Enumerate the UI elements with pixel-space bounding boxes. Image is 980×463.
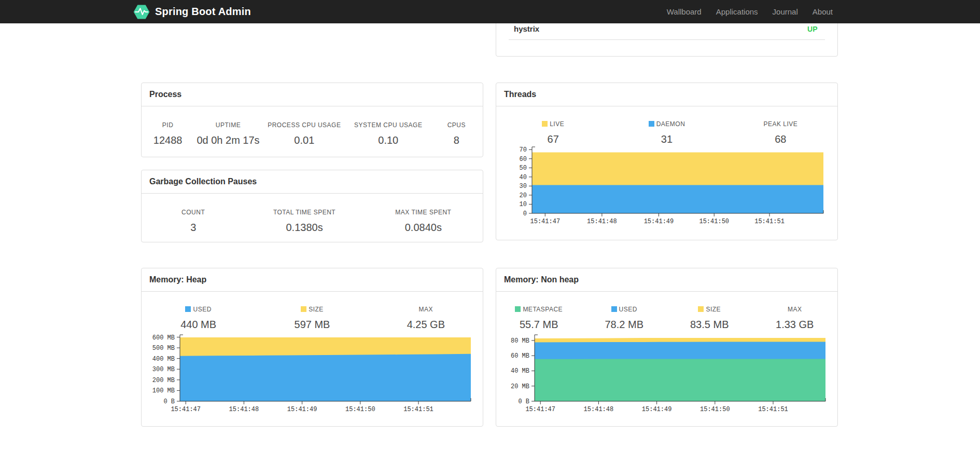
legend-size: SIZE 597 MB (255, 305, 369, 331)
metric-value: 0.0840s (364, 221, 483, 234)
y-tick-label: 200 MB (152, 377, 175, 384)
x-tick-label: 15:41:51 (403, 406, 433, 413)
y-tick-label: 100 MB (152, 387, 175, 394)
area-metaspace (535, 359, 825, 402)
y-tick-label: 30 (520, 183, 527, 190)
memory-nonheap-chart: 0 B20 MB40 MB60 MB80 MB15:41:4715:41:481… (496, 328, 837, 419)
daemon-swatch-icon (649, 121, 654, 127)
metric-label: CPUS (430, 121, 483, 129)
metric-value: 3 (142, 221, 245, 234)
legend-label: DAEMON (610, 120, 723, 128)
legend-label: LIVE (496, 120, 610, 128)
live-swatch-icon (542, 121, 548, 127)
memory-heap-panel: Memory: Heap USED 440 MB SIZE 597 MB MAX… (141, 268, 483, 427)
metric-label: COUNT (142, 208, 245, 216)
legend-label: MAX (752, 305, 838, 314)
metric-value: 8 (430, 133, 483, 147)
threads-panel-title: Threads (496, 83, 837, 106)
x-tick-label: 15:41:49 (287, 406, 317, 413)
metric-label: PID (142, 121, 194, 129)
legend-used: USED 440 MB (142, 305, 255, 331)
y-tick-label: 300 MB (152, 366, 175, 373)
x-tick-label: 15:41:48 (229, 406, 259, 413)
metric-uptime: UPTIME 0d 0h 2m 17s (194, 121, 262, 147)
nav-item-about[interactable]: About (805, 0, 840, 23)
metaspace-swatch-icon (515, 306, 521, 312)
x-tick-label: 15:41:48 (587, 218, 617, 225)
threads-panel: Threads LIVE 67 DAEMON 31 PEAK LIVE 68 0… (496, 83, 838, 240)
legend-label: USED (142, 305, 255, 314)
size-swatch-icon (301, 306, 306, 312)
y-tick-label: 0 B (163, 398, 175, 405)
legend-max: MAX 1.33 GB (752, 305, 838, 331)
legend-used: USED 78.2 MB (582, 305, 667, 331)
legend-size: SIZE 83.5 MB (667, 305, 752, 331)
metric-label: PROCESS CPU USAGE (262, 121, 346, 129)
gc-panel-title: Garbage Collection Pauses (142, 170, 483, 194)
process-panel: Process PID 12488 UPTIME 0d 0h 2m 17s PR… (141, 83, 483, 157)
x-tick-label: 15:41:48 (584, 406, 614, 413)
process-metrics: PID 12488 UPTIME 0d 0h 2m 17s PROCESS CP… (142, 106, 483, 147)
x-tick-label: 15:41:47 (530, 218, 560, 225)
heap-panel-title: Memory: Heap (142, 268, 483, 292)
legend-label: MAX (369, 305, 483, 314)
y-tick-label: 60 (520, 156, 527, 163)
spring-boot-admin-logo-icon (133, 3, 150, 21)
metric-system-cpu-usage: SYSTEM CPU USAGE 0.10 (346, 121, 430, 147)
y-tick-label: 70 (520, 146, 527, 154)
metric-value: 0.10 (346, 133, 430, 147)
y-tick-label: 40 MB (511, 367, 529, 375)
gc-metrics: COUNT 3 TOTAL TIME SPENT 0.1380s MAX TIM… (142, 194, 483, 234)
x-tick-label: 15:41:47 (171, 406, 201, 413)
legend-label: PEAK LIVE (724, 120, 837, 128)
x-tick-label: 15:41:47 (525, 406, 555, 413)
y-tick-label: 0 (523, 210, 527, 217)
navbar: Spring Boot Admin Wallboard Applications… (0, 0, 980, 23)
nav-item-applications[interactable]: Applications (709, 0, 765, 23)
threads-chart: 01020304050607015:41:4715:41:4815:41:491… (496, 140, 837, 231)
used-swatch-icon (611, 306, 617, 312)
metric-cpus: CPUS 8 (430, 121, 483, 147)
process-panel-title: Process (142, 83, 483, 106)
heap-legend: USED 440 MB SIZE 597 MB MAX 4.25 GB (142, 292, 483, 331)
y-tick-label: 80 MB (511, 337, 529, 345)
legend-label: SIZE (667, 305, 752, 314)
nav-item-wallboard[interactable]: Wallboard (660, 0, 709, 23)
health-indicator-name: hystrix (514, 24, 539, 33)
area-used (180, 354, 471, 401)
nav-item-journal[interactable]: Journal (765, 0, 805, 23)
y-tick-label: 500 MB (152, 345, 175, 352)
brand[interactable]: Spring Boot Admin (133, 0, 251, 23)
legend-max: MAX 4.25 GB (369, 305, 483, 331)
metric-label: SYSTEM CPU USAGE (346, 121, 430, 129)
area-daemon (532, 185, 823, 213)
y-tick-label: 0 B (518, 398, 529, 405)
x-tick-label: 15:41:49 (642, 406, 672, 413)
metric-max-time-spent: MAX TIME SPENT 0.0840s (364, 208, 483, 234)
y-tick-label: 400 MB (152, 356, 175, 363)
size-swatch-icon (698, 306, 704, 312)
y-tick-label: 20 MB (511, 383, 529, 390)
y-tick-label: 40 (520, 174, 527, 181)
metric-value: 12488 (142, 133, 194, 147)
metric-count: COUNT 3 (142, 208, 245, 234)
metric-label: UPTIME (194, 121, 262, 129)
metric-total-time-spent: TOTAL TIME SPENT 0.1380s (245, 208, 363, 234)
used-swatch-icon (185, 306, 191, 312)
memory-nonheap-panel: Memory: Non heap METASPACE 55.7 MB USED … (496, 268, 838, 427)
legend-label: USED (582, 305, 667, 314)
metric-label: MAX TIME SPENT (364, 208, 483, 216)
y-tick-label: 10 (520, 201, 527, 208)
y-tick-label: 60 MB (511, 352, 529, 360)
metric-pid: PID 12488 (142, 121, 194, 147)
x-tick-label: 15:41:49 (644, 218, 674, 225)
nav-menu: Wallboard Applications Journal About (660, 0, 840, 23)
memory-heap-chart: 0 B100 MB200 MB300 MB400 MB500 MB600 MB1… (142, 328, 483, 419)
gc-pauses-panel: Garbage Collection Pauses COUNT 3 TOTAL … (141, 170, 483, 242)
metric-process-cpu-usage: PROCESS CPU USAGE 0.01 (262, 121, 346, 147)
metric-value: 0.01 (262, 133, 346, 147)
legend-metaspace: METASPACE 55.7 MB (496, 305, 582, 331)
nonheap-legend: METASPACE 55.7 MB USED 78.2 MB SIZE 83.5… (496, 292, 837, 331)
metric-value: 0d 0h 2m 17s (194, 133, 262, 147)
y-tick-label: 20 (520, 192, 527, 199)
